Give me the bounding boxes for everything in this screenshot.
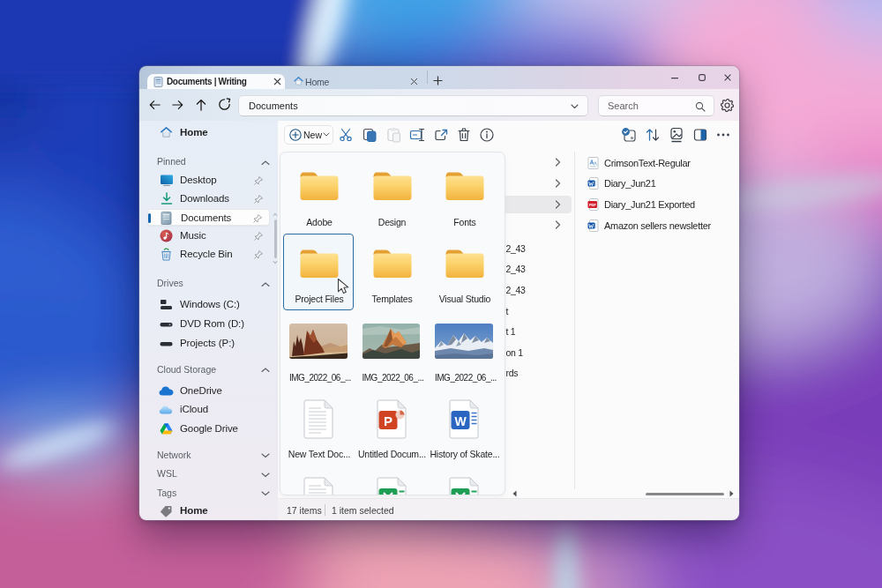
- svg-text:PDF: PDF: [589, 203, 596, 207]
- svg-text:W: W: [454, 414, 467, 428]
- svg-text:P: P: [383, 413, 392, 428]
